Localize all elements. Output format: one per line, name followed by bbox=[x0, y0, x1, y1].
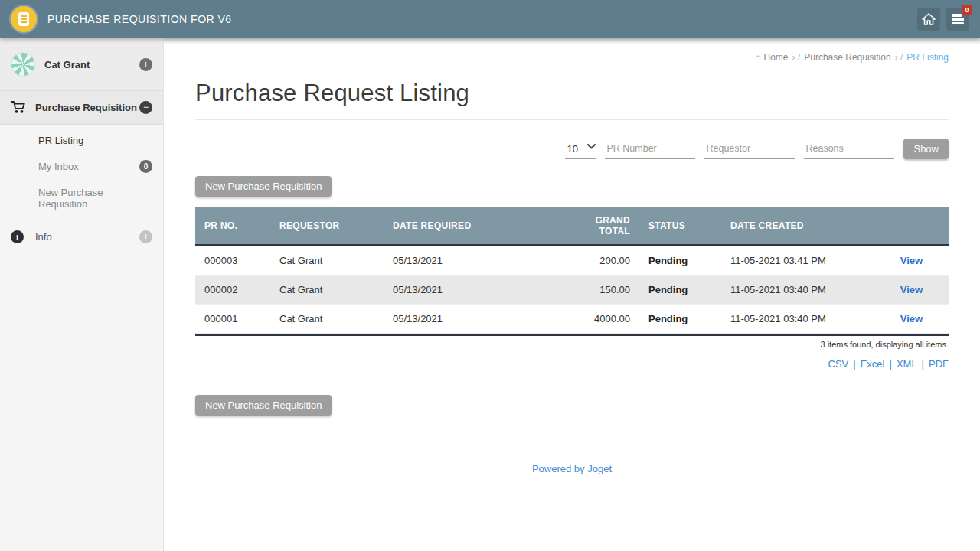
home-button[interactable] bbox=[917, 8, 940, 31]
title-divider bbox=[195, 119, 949, 120]
table-header-row: PR NO. REQUESTOR DATE REQUIRED GRAND TOT… bbox=[195, 207, 949, 246]
sidebar-item-new-purchase-requisition[interactable]: New Purchase Requisition bbox=[0, 180, 163, 217]
filter-row: 10 Show bbox=[195, 139, 949, 159]
sidebar-item-purchase-requisition[interactable]: Purchase Requisition − bbox=[0, 91, 163, 125]
view-link[interactable]: View bbox=[900, 255, 923, 266]
plus-icon[interactable]: + bbox=[139, 58, 152, 71]
app-title: PURCHASE REQUISITION FOR V6 bbox=[47, 13, 232, 25]
new-purchase-requisition-button-top[interactable]: New Purchase Requisition bbox=[195, 176, 332, 197]
col-actions bbox=[874, 207, 949, 246]
info-icon: i bbox=[11, 230, 24, 243]
cart-icon bbox=[11, 101, 26, 114]
pr-number-input[interactable] bbox=[605, 139, 695, 159]
app-header: PURCHASE REQUISITION FOR V6 0 bbox=[0, 0, 980, 38]
sidebar-item-my-inbox[interactable]: My Inbox 0 bbox=[0, 153, 163, 180]
export-pdf-link[interactable]: PDF bbox=[929, 358, 949, 370]
plus-icon[interactable]: + bbox=[139, 230, 152, 243]
new-purchase-requisition-button-bottom[interactable]: New Purchase Requisition bbox=[195, 395, 332, 416]
table-row[interactable]: 000001 Cat Grant 05/13/2021 4000.00 Pend… bbox=[195, 305, 949, 334]
my-inbox-count-badge: 0 bbox=[139, 160, 152, 173]
view-link[interactable]: View bbox=[900, 284, 923, 295]
col-status: STATUS bbox=[639, 207, 721, 246]
sidebar-item-label: Purchase Requisition bbox=[35, 102, 139, 113]
breadcrumb: ⌂Home› /Purchase Requisition› /PR Listin… bbox=[195, 52, 949, 63]
table-row[interactable]: 000002 Cat Grant 05/13/2021 150.00 Pendi… bbox=[195, 276, 949, 305]
col-grand-total: GRAND TOTAL bbox=[570, 207, 639, 246]
page-title: Purchase Request Listing bbox=[195, 80, 949, 107]
sidebar-user[interactable]: Cat Grant + bbox=[0, 38, 163, 91]
page-size-select-wrap: 10 bbox=[565, 140, 596, 159]
requestor-input[interactable] bbox=[704, 139, 795, 159]
home-icon bbox=[922, 13, 936, 25]
app-logo-icon bbox=[11, 6, 37, 32]
col-requestor: REQUESTOR bbox=[270, 207, 384, 246]
user-name: Cat Grant bbox=[44, 59, 139, 70]
breadcrumb-purchase-requisition[interactable]: Purchase Requisition bbox=[804, 52, 890, 63]
minus-icon[interactable]: − bbox=[139, 101, 152, 114]
table-row[interactable]: 000003 Cat Grant 05/13/2021 200.00 Pendi… bbox=[195, 246, 949, 276]
powered-by-joget-link[interactable]: Powered by Joget bbox=[532, 463, 612, 474]
breadcrumb-home[interactable]: Home bbox=[764, 52, 789, 63]
main-content: ⌂Home› /Purchase Requisition› /PR Listin… bbox=[164, 38, 980, 551]
inbox-button[interactable]: 0 bbox=[946, 8, 969, 31]
export-xml-link[interactable]: XML bbox=[897, 358, 917, 370]
export-excel-link[interactable]: Excel bbox=[861, 358, 885, 370]
sidebar-item-info[interactable]: i Info + bbox=[0, 221, 163, 253]
col-date-required: DATE REQUIRED bbox=[384, 207, 570, 246]
export-links: CSV|Excel|XML|PDF bbox=[195, 358, 949, 370]
table-summary: 3 items found, displaying all items. bbox=[195, 336, 949, 349]
export-csv-link[interactable]: CSV bbox=[828, 358, 849, 370]
inbox-badge: 0 bbox=[962, 5, 972, 15]
breadcrumb-home-icon: ⌂ bbox=[755, 52, 760, 63]
col-date-created: DATE CREATED bbox=[721, 207, 874, 246]
user-avatar bbox=[11, 52, 35, 77]
col-pr-no: PR NO. bbox=[195, 207, 270, 246]
page-size-select[interactable]: 10 bbox=[565, 140, 596, 158]
show-button[interactable]: Show bbox=[903, 139, 949, 159]
pr-listing-table: PR NO. REQUESTOR DATE REQUIRED GRAND TOT… bbox=[195, 207, 949, 334]
sidebar-item-pr-listing[interactable]: PR Listing bbox=[0, 128, 163, 153]
reasons-input[interactable] bbox=[804, 139, 894, 159]
sidebar: Cat Grant + Purchase Requisition − PR Li… bbox=[0, 38, 164, 551]
breadcrumb-current: PR Listing bbox=[906, 52, 949, 63]
view-link[interactable]: View bbox=[900, 313, 923, 324]
